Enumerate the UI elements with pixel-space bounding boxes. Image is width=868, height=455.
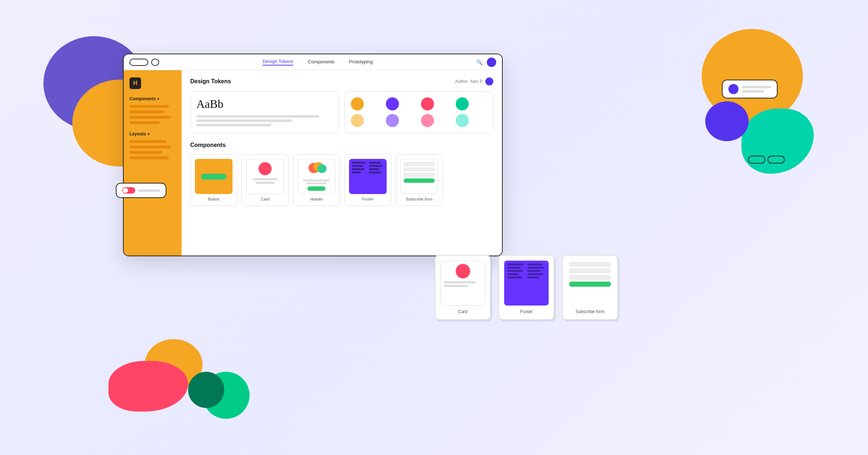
type-line — [196, 115, 319, 118]
footer-line — [369, 165, 382, 167]
sidebar-item-bar — [129, 116, 171, 119]
ext-card-lines — [444, 281, 482, 287]
ext-card-line — [444, 285, 468, 287]
sidebar-item-bar — [129, 140, 166, 143]
component-label-header: Header — [310, 197, 323, 201]
header-cta-button — [307, 186, 326, 191]
component-card-subscribe[interactable]: Subscribe form — [396, 154, 443, 206]
sidebar-section-components[interactable]: Components ▾ — [129, 96, 176, 101]
subscribe-input-line — [404, 173, 435, 177]
color-swatch-light-purple — [386, 114, 399, 127]
toggle-bubble — [116, 183, 166, 198]
ext-line — [527, 277, 539, 278]
speech-bubble-lines — [742, 86, 771, 93]
speech-bubble-line — [742, 86, 771, 88]
ext-card-card[interactable]: Card — [435, 255, 491, 320]
ext-card-card-inner — [441, 261, 485, 306]
speech-bubble-avatar — [728, 84, 739, 94]
header-blob-3 — [317, 164, 327, 173]
sidebar-item-bar — [129, 105, 169, 108]
component-label-card: Card — [261, 197, 269, 201]
button-preview-inner — [201, 174, 226, 180]
footer-line — [352, 168, 365, 170]
component-card-card[interactable]: Card — [242, 154, 289, 206]
footer-line — [352, 162, 365, 164]
decoration-blob-darkgreen-bottom — [188, 372, 224, 408]
component-card-header[interactable]: Header — [293, 154, 340, 206]
browser-controls — [129, 59, 159, 66]
footer-preview — [349, 159, 387, 194]
tab-design-tokens[interactable]: Design Tokens — [263, 59, 293, 66]
sidebar-item-bar — [129, 146, 171, 148]
component-label-button: Button — [208, 197, 220, 201]
sidebar-section-layouts[interactable]: Layouts ▾ — [129, 131, 176, 136]
typography-preview: AaBb — [196, 97, 333, 111]
nav-right: 🔍 — [476, 58, 496, 67]
sidebar-group-layouts: Layouts ▾ — [129, 131, 176, 159]
decoration-blob-green-bottom — [203, 372, 250, 419]
ext-subscribe-input — [569, 275, 611, 279]
ext-subscribe-button — [569, 282, 611, 287]
browser-circle — [151, 59, 159, 66]
sidebar-item-bar — [129, 110, 164, 113]
ext-line — [527, 267, 544, 269]
color-card[interactable] — [345, 91, 493, 133]
connector-pill-2 — [767, 156, 785, 164]
main-content: Design Tokens Author Alex P. AaBb — [182, 70, 502, 256]
author-info: Author Alex P. — [455, 77, 493, 85]
sidebar-group-components: Components ▾ — [129, 96, 176, 124]
footer-line — [369, 172, 382, 173]
footer-line — [352, 165, 363, 167]
speech-bubble-line — [742, 90, 764, 93]
footer-line — [369, 162, 381, 164]
sidebar-logo: H — [129, 77, 141, 89]
header-line — [306, 182, 327, 184]
author-avatar — [485, 77, 493, 85]
color-swatch-light-red — [421, 114, 434, 127]
connector-pills — [748, 156, 785, 164]
component-label-footer: Footer — [362, 197, 374, 201]
ext-line — [507, 267, 521, 269]
chevron-down-icon: ▾ — [157, 97, 159, 101]
browser-window: Design Tokens Components Prototyping 🔍 H… — [123, 54, 503, 256]
design-tokens-header: Design Tokens Author Alex P. — [190, 77, 493, 85]
ext-card-label-subscribe: Subscribe form — [568, 309, 612, 314]
sidebar-item-bar — [129, 151, 162, 154]
ext-card-line — [444, 281, 476, 283]
ext-subscribe-input — [569, 269, 611, 273]
color-swatch-purple — [386, 97, 399, 110]
component-card-footer[interactable]: Footer — [344, 154, 391, 206]
decoration-blob-orange-right — [702, 29, 803, 123]
header-preview — [298, 159, 335, 194]
user-avatar[interactable] — [487, 58, 496, 67]
component-card-button[interactable]: Button — [190, 154, 237, 206]
ext-card-footer[interactable]: Footer — [498, 255, 554, 320]
card-preview — [246, 159, 284, 194]
tab-components[interactable]: Components — [308, 59, 335, 65]
decoration-blob-yellow-bottom — [145, 339, 203, 390]
author-label: Author — [455, 79, 468, 84]
subscribe-input-line — [404, 168, 435, 171]
ext-card-footer-inner — [504, 261, 549, 306]
components-row: Button Card — [190, 154, 493, 206]
sidebar-section-label-layouts: Layouts — [129, 131, 146, 136]
ext-line — [507, 277, 522, 278]
subscribe-button — [404, 178, 435, 183]
sidebar-logo-letter: H — [133, 80, 137, 87]
ext-footer-col — [507, 264, 526, 303]
footer-line — [352, 172, 361, 173]
decoration-blob-green-right — [741, 109, 814, 174]
header-graphic — [306, 162, 327, 177]
ext-subscribe-input — [569, 262, 611, 266]
ext-line — [527, 270, 540, 272]
design-tokens-title: Design Tokens — [190, 78, 231, 85]
typography-card[interactable]: AaBb — [190, 91, 339, 133]
ext-card-label-footer: Footer — [504, 309, 549, 314]
color-swatch-light-orange — [351, 114, 364, 127]
decoration-blob-blue-right — [705, 101, 749, 141]
search-icon[interactable]: 🔍 — [476, 59, 482, 65]
tab-prototyping[interactable]: Prototyping — [349, 59, 373, 65]
ext-card-subscribe[interactable]: Subscribe form — [562, 255, 618, 320]
footer-line — [369, 168, 379, 170]
ext-card-label-card: Card — [441, 309, 485, 314]
